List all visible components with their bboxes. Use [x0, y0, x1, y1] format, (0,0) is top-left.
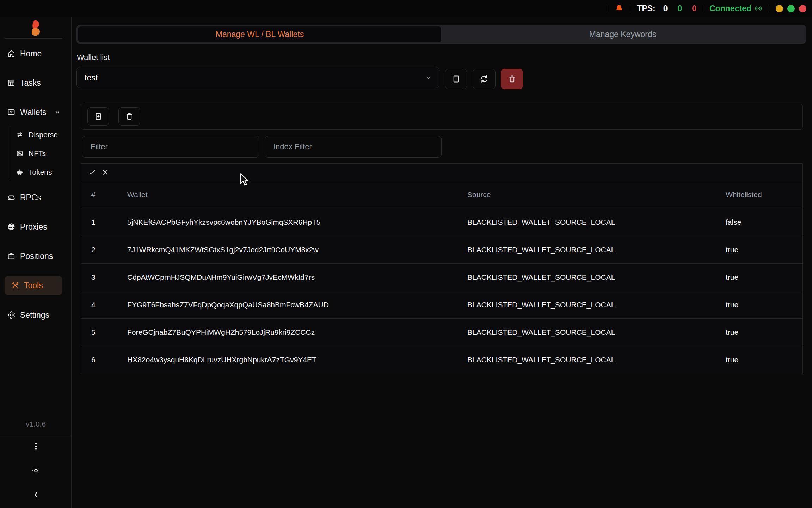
sidebar-item-proxies[interactable]: Proxies: [0, 218, 72, 236]
sidebar-item-tokens[interactable]: Tokens: [0, 165, 72, 179]
sidebar-item-label: Tasks: [20, 78, 41, 88]
wallets-table: # Wallet Source Whitelisted 1 5jNKEfGACP…: [81, 163, 803, 374]
sidebar-item-label: Home: [20, 49, 42, 59]
sidebar: Home Tasks Wallets: [0, 17, 72, 508]
whitelisted-value: true: [726, 273, 802, 282]
wallet-list-label: Wallet list: [77, 53, 110, 62]
theme-toggle-button[interactable]: [0, 466, 72, 476]
column-header-index: #: [81, 190, 127, 199]
refresh-wallet-list-button[interactable]: [473, 69, 496, 89]
sidebar-item-label: Settings: [20, 310, 49, 320]
add-wallet-list-button[interactable]: [445, 69, 467, 89]
green-status-dot[interactable]: [787, 5, 795, 12]
sidebar-bottom-divider: [0, 435, 72, 435]
sidebar-item-label: Tools: [24, 281, 43, 290]
wallet-address: HX82o4w3ysquH8KqDLruvzUHXrgbNpukrA7zTGv9…: [127, 356, 467, 364]
table-row[interactable]: 2 7J1WRkcmQ41MKZWtSGtxS1gj2v7Jed2Jrt9CoU…: [81, 236, 802, 264]
whitelisted-value: false: [726, 218, 802, 226]
table-icon: [7, 79, 16, 87]
table-row[interactable]: 4 FYG9T6FbsahsZ7VFqDpQoqaXqpQaUSa8hBmFcw…: [81, 291, 802, 319]
sidebar-item-wallets[interactable]: Wallets: [0, 103, 72, 121]
wallet-source: BLACKLISTED_WALLET_SOURCE_LOCAL: [467, 273, 726, 282]
whitelisted-value: true: [726, 246, 802, 254]
tools-icon: [11, 281, 19, 290]
bell-icon[interactable]: [615, 4, 624, 13]
tps-success-count: 0: [678, 4, 682, 13]
table-row[interactable]: 3 CdpAtWCprnHJSQMDuAHm9YuiGirwVg7JvEcMWk…: [81, 264, 802, 291]
status-dots: [776, 5, 806, 12]
wallet-address: 5jNKEfGACPbGFyhYkzsvpc6wobnYJYBoGimqSXR6…: [127, 218, 467, 226]
column-header-wallet: Wallet: [127, 190, 467, 199]
table-row[interactable]: 5 ForeGCjnabZ7BuQYPHiMWgHZh579LoJjRu9kri…: [81, 319, 802, 346]
briefcase-icon: [7, 252, 16, 260]
topbar-divider: [703, 4, 703, 13]
row-index: 3: [81, 273, 127, 282]
table-row[interactable]: 1 5jNKEfGACPbGFyhYkzsvpc6wobnYJYBoGimqSX…: [81, 208, 802, 236]
yellow-status-dot[interactable]: [776, 5, 783, 12]
index-filter-input[interactable]: [265, 136, 442, 158]
sidebar-item-positions[interactable]: Positions: [0, 247, 72, 265]
tab-bar: Manage WL / BL Wallets Manage Keywords: [76, 25, 806, 44]
hard-drive-icon: [7, 193, 16, 202]
wallet-address: FYG9T6FbsahsZ7VFqDpQoqaXqpQaUSa8hBmFcwB4…: [127, 301, 467, 309]
tps-error-count: 0: [692, 4, 696, 13]
table-row[interactable]: 6 HX82o4w3ysquH8KqDLruvzUHXrgbNpukrA7zTG…: [81, 346, 802, 374]
trash-icon: [125, 112, 134, 121]
wallet-address: ForeGCjnabZ7BuQYPHiMWgHZh579LoJjRu9kri9Z…: [127, 328, 467, 337]
filter-input[interactable]: [82, 136, 259, 158]
table-header-row: # Wallet Source Whitelisted: [81, 181, 802, 208]
wallet-source: BLACKLISTED_WALLET_SOURCE_LOCAL: [467, 356, 726, 364]
wallet-address: 7J1WRkcmQ41MKZWtSGtxS1gj2v7Jed2Jrt9CoUYM…: [127, 246, 467, 254]
tps-group: TPS: 0 0 0: [637, 4, 696, 13]
sidebar-divider: [5, 38, 62, 39]
clear-selection-x-icon[interactable]: [102, 169, 109, 176]
sidebar-item-tools[interactable]: Tools: [5, 276, 62, 295]
sidebar-item-nfts[interactable]: NFTs: [0, 146, 72, 161]
delete-wallet-list-button[interactable]: [501, 69, 523, 89]
collapse-sidebar-button[interactable]: [0, 490, 72, 499]
sidebar-item-settings[interactable]: Settings: [0, 306, 72, 324]
app-version: v1.0.6: [0, 420, 72, 428]
image-icon: [16, 150, 23, 157]
whitelisted-value: true: [726, 301, 802, 309]
connection-status-label: Connected: [709, 4, 751, 13]
sidebar-item-rpcs[interactable]: RPCs: [0, 188, 72, 207]
wallet-source: BLACKLISTED_WALLET_SOURCE_LOCAL: [467, 246, 726, 254]
topbar-divider: [630, 4, 630, 13]
wallet-list-select[interactable]: test: [76, 67, 439, 88]
column-header-source: Source: [467, 190, 726, 199]
app-logo: [30, 20, 42, 37]
chevron-left-icon: [32, 490, 40, 499]
sidebar-item-label: RPCs: [20, 193, 41, 202]
sidebar-item-home[interactable]: Home: [0, 44, 72, 63]
home-icon: [7, 49, 16, 58]
sidebar-item-disperse[interactable]: Disperse: [0, 128, 72, 142]
row-index: 5: [81, 328, 127, 337]
red-status-dot[interactable]: [799, 5, 806, 12]
tps-label: TPS:: [637, 4, 655, 13]
dots-vertical-icon: [31, 442, 41, 451]
tab-manage-keywords[interactable]: Manage Keywords: [441, 26, 804, 42]
row-index: 2: [81, 246, 127, 254]
tab-manage-wl-bl-wallets[interactable]: Manage WL / BL Wallets: [78, 26, 441, 42]
globe-icon: [7, 223, 16, 231]
row-index: 6: [81, 356, 127, 364]
row-index: 1: [81, 218, 127, 226]
sidebar-item-label: Tokens: [29, 168, 52, 176]
column-header-whitelisted: Whitelisted: [726, 190, 802, 199]
wallet-source: BLACKLISTED_WALLET_SOURCE_LOCAL: [467, 218, 726, 226]
add-wallet-button[interactable]: [87, 107, 109, 126]
refresh-icon: [480, 74, 489, 84]
sidebar-item-label: NFTs: [29, 149, 46, 158]
gear-icon: [7, 311, 16, 319]
add-square-icon: [451, 74, 461, 84]
delete-wallet-button[interactable]: [118, 107, 140, 126]
sidebar-item-tasks[interactable]: Tasks: [0, 74, 72, 92]
more-options-button[interactable]: [0, 442, 72, 451]
signal-icon: [754, 4, 763, 13]
sidebar-item-label: Wallets: [20, 108, 47, 117]
wallet-list-selected-value: test: [85, 73, 98, 83]
connection-status: Connected: [709, 4, 763, 13]
select-all-check-icon[interactable]: [88, 169, 96, 176]
wallet-address: CdpAtWCprnHJSQMDuAHm9YuiGirwVg7JvEcMWktd…: [127, 273, 467, 282]
